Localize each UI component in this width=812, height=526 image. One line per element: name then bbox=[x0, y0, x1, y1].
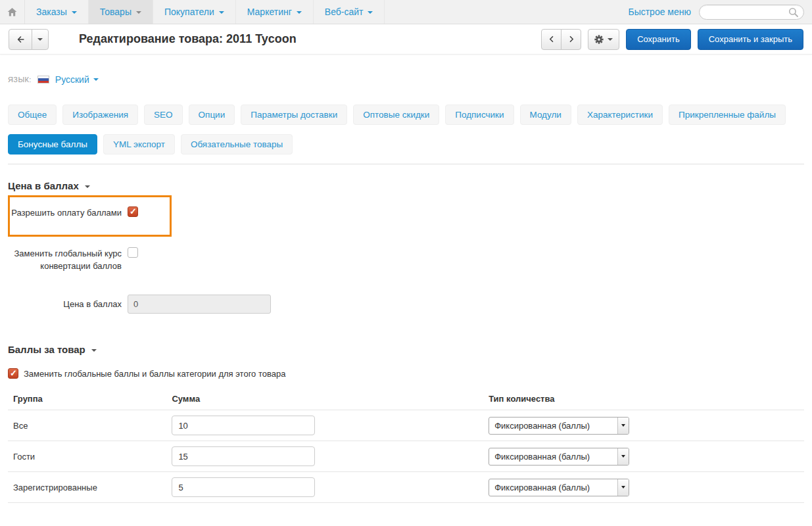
group-name: Все bbox=[13, 421, 172, 431]
previous-item-button[interactable] bbox=[541, 29, 561, 50]
chevron-left-icon bbox=[548, 35, 556, 43]
prev-next-group bbox=[541, 29, 581, 50]
tabs-row-1: Общее Изображения SEO Опции Параметры до… bbox=[8, 105, 804, 125]
group-name: Гости bbox=[13, 452, 172, 462]
amount-input[interactable] bbox=[172, 416, 315, 435]
nav-item-products[interactable]: Товары bbox=[89, 0, 153, 24]
page-title: Редактирование товара: 2011 Tycoon bbox=[79, 32, 297, 46]
collapse-icon[interactable] bbox=[91, 349, 97, 352]
tab-qty-discounts[interactable]: Оптовые скидки bbox=[353, 105, 439, 125]
back-dropdown-button[interactable] bbox=[32, 29, 49, 50]
top-navigation-bar: Заказы Товары Покупатели Маркетинг Веб-с… bbox=[0, 0, 812, 24]
amount-input[interactable] bbox=[172, 446, 315, 466]
tab-seo[interactable]: SEO bbox=[144, 105, 183, 125]
column-header-amount: Сумма bbox=[172, 394, 489, 404]
tab-addons[interactable]: Модули bbox=[520, 105, 571, 125]
tab-yml-export[interactable]: YML экспорт bbox=[103, 134, 175, 155]
chevron-down-icon bbox=[297, 11, 302, 14]
nav-item-label: Заказы bbox=[36, 7, 67, 17]
column-header-type: Тип количества bbox=[489, 394, 799, 404]
toolbar: Редактирование товара: 2011 Tycoon Сохра… bbox=[0, 24, 812, 55]
arrow-left-icon bbox=[16, 35, 26, 44]
tab-features[interactable]: Характеристики bbox=[577, 105, 663, 125]
quantity-type-select[interactable]: Фиксированная (баллы) bbox=[489, 417, 629, 435]
search-icon bbox=[788, 7, 799, 18]
nav-item-marketing[interactable]: Маркетинг bbox=[236, 0, 314, 24]
override-global-points-checkbox[interactable] bbox=[8, 368, 18, 379]
language-selector-row: ЯЗЫК: Русский bbox=[8, 74, 804, 85]
tab-attachments[interactable]: Прикрепленные файлы bbox=[669, 105, 786, 125]
allow-points-payment-checkbox[interactable] bbox=[128, 206, 138, 217]
back-button[interactable] bbox=[9, 29, 32, 50]
section-title: Баллы за товар bbox=[8, 344, 85, 355]
selected-option: Фиксированная (баллы) bbox=[489, 452, 617, 462]
chevron-down-icon bbox=[37, 38, 43, 41]
section-price-in-points-header: Цена в баллах bbox=[8, 180, 804, 191]
nav-item-customers[interactable]: Покупатели bbox=[153, 0, 236, 24]
table-header-row: Группа Сумма Тип количества bbox=[8, 388, 804, 410]
tab-shipping-properties[interactable]: Параметры доставки bbox=[241, 105, 347, 125]
save-and-close-button[interactable]: Сохранить и закрыть bbox=[698, 29, 803, 50]
highlighted-setting-box: Разрешить оплату баллами bbox=[8, 195, 172, 237]
nav-item-label: Маркетинг bbox=[247, 7, 292, 17]
nav-item-label: Веб-сайт bbox=[325, 7, 364, 17]
quick-menu-link[interactable]: Быстрое меню bbox=[628, 7, 691, 17]
override-rate-label: Заменить глобальный курс конвертации бал… bbox=[8, 247, 122, 272]
tab-reward-points[interactable]: Бонусные баллы bbox=[8, 134, 97, 155]
table-row: Зарегистрированные Фиксированная (баллы) bbox=[8, 472, 804, 503]
home-button[interactable] bbox=[0, 0, 25, 24]
select-arrow-icon bbox=[617, 448, 629, 465]
quantity-type-select[interactable]: Фиксированная (баллы) bbox=[489, 448, 629, 466]
tab-options[interactable]: Опции bbox=[189, 105, 235, 125]
save-button[interactable]: Сохранить bbox=[626, 29, 691, 50]
select-arrow-icon bbox=[617, 479, 629, 496]
allow-points-payment-label: Разрешить оплату баллами bbox=[10, 206, 122, 219]
settings-dropdown-button[interactable] bbox=[588, 29, 619, 50]
price-in-points-label: Цена в баллах bbox=[8, 298, 122, 310]
nav-item-orders[interactable]: Заказы bbox=[25, 0, 89, 24]
back-button-group bbox=[9, 29, 49, 50]
amount-input[interactable] bbox=[172, 477, 315, 497]
next-item-button[interactable] bbox=[561, 29, 581, 50]
nav-item-label: Товары bbox=[100, 7, 131, 17]
home-icon bbox=[7, 7, 17, 17]
section-title: Цена в баллах bbox=[8, 180, 79, 191]
language-value: Русский bbox=[55, 74, 89, 85]
section-points-per-product-header: Баллы за товар bbox=[8, 344, 804, 355]
chevron-down-icon bbox=[93, 78, 99, 81]
tab-required-products[interactable]: Обязательные товары bbox=[181, 134, 293, 155]
tab-subscribers[interactable]: Подписчики bbox=[445, 105, 513, 125]
override-rate-checkbox[interactable] bbox=[128, 247, 138, 258]
chevron-down-icon bbox=[219, 11, 224, 14]
gear-icon bbox=[594, 35, 604, 44]
chevron-down-icon bbox=[368, 11, 373, 14]
language-dropdown[interactable]: Русский bbox=[55, 74, 99, 85]
tab-images[interactable]: Изображения bbox=[62, 105, 138, 125]
russia-flag-icon bbox=[37, 76, 49, 84]
selected-option: Фиксированная (баллы) bbox=[489, 483, 617, 492]
selected-option: Фиксированная (баллы) bbox=[489, 421, 617, 431]
select-arrow-icon bbox=[617, 418, 629, 434]
table-row: Все Фиксированная (баллы) bbox=[8, 410, 804, 441]
tabs-row-2: Бонусные баллы YML экспорт Обязательные … bbox=[8, 134, 804, 155]
collapse-icon[interactable] bbox=[85, 185, 90, 188]
chevron-down-icon bbox=[608, 38, 613, 41]
table-row: Гости Фиксированная (баллы) bbox=[8, 441, 804, 472]
tab-general[interactable]: Общее bbox=[8, 105, 57, 125]
quantity-type-select[interactable]: Фиксированная (баллы) bbox=[489, 479, 629, 496]
nav-item-website[interactable]: Веб-сайт bbox=[314, 0, 385, 24]
price-in-points-input bbox=[128, 295, 271, 314]
group-name: Зарегистрированные bbox=[13, 483, 172, 492]
language-label: ЯЗЫК: bbox=[8, 76, 32, 84]
column-header-group: Группа bbox=[13, 394, 172, 404]
tabs-divider bbox=[8, 164, 804, 164]
chevron-down-icon bbox=[72, 11, 77, 14]
override-global-points-row: Заменить глобальные баллы и баллы катего… bbox=[8, 368, 804, 379]
chevron-down-icon bbox=[136, 11, 141, 14]
override-global-points-label: Заменить глобальные баллы и баллы катего… bbox=[24, 369, 285, 379]
nav-item-label: Покупатели bbox=[164, 7, 214, 17]
points-table: Группа Сумма Тип количества Все Фиксиров… bbox=[8, 388, 804, 503]
chevron-right-icon bbox=[567, 35, 575, 43]
